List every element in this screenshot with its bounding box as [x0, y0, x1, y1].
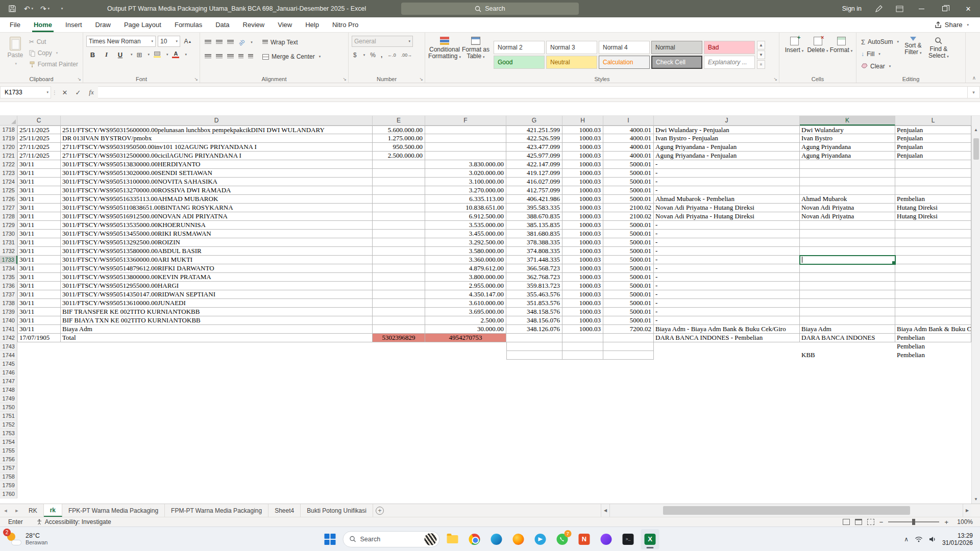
- cell-C1750[interactable]: [17, 403, 61, 412]
- row-header-1751[interactable]: 1751: [0, 412, 17, 420]
- cell-I1726[interactable]: 5000.01: [603, 195, 654, 204]
- cell-E1722[interactable]: [373, 160, 425, 169]
- cell-E1752[interactable]: [373, 420, 425, 429]
- cell-G1748[interactable]: [506, 386, 562, 394]
- cell-K1749[interactable]: [800, 394, 895, 403]
- row-header-1724[interactable]: 1724: [0, 178, 17, 186]
- format-painter-button[interactable]: Format Painter: [28, 59, 80, 70]
- format-as-table-button[interactable]: Format asTable▾: [461, 35, 491, 74]
- cell-G1749[interactable]: [506, 394, 562, 403]
- cut-button[interactable]: ✂Cut: [28, 36, 80, 47]
- cell-style-neutral[interactable]: Neutral: [546, 56, 597, 69]
- cell-F1737[interactable]: 4.350.147.00: [425, 290, 506, 299]
- cell-J1726[interactable]: Ahmad Mubarok - Pembelian: [654, 195, 800, 204]
- cell-H1739[interactable]: 1000.03: [562, 308, 603, 316]
- row-header-1754[interactable]: 1754: [0, 438, 17, 446]
- cell-H1725[interactable]: 1000.03: [562, 186, 603, 195]
- cell-G1736[interactable]: 359.813.723: [506, 282, 562, 290]
- row-header-1721[interactable]: 1721: [0, 152, 17, 160]
- cell-I1749[interactable]: [603, 394, 654, 403]
- cell-C1735[interactable]: 30/11: [17, 273, 61, 282]
- decrease-indent-icon[interactable]: [238, 54, 243, 59]
- cell-L1738[interactable]: [895, 299, 971, 308]
- cell-D1731[interactable]: 3011/FTSCY/WS950513292500.00ROIZIN: [61, 238, 373, 247]
- cell-K1755[interactable]: [800, 446, 895, 455]
- cell-L1745[interactable]: [895, 360, 971, 368]
- cell-I1719[interactable]: 4000.01: [603, 134, 654, 143]
- cell-J1733[interactable]: -: [654, 256, 800, 264]
- fill-color-icon[interactable]: [154, 52, 161, 58]
- cell-D1758[interactable]: [61, 472, 373, 481]
- cell-L1753[interactable]: [895, 429, 971, 438]
- new-sheet-button[interactable]: +: [373, 504, 386, 517]
- cell-D1746[interactable]: [61, 368, 373, 377]
- save-icon[interactable]: [5, 2, 19, 15]
- cell-E1757[interactable]: [373, 464, 425, 472]
- cell-E1749[interactable]: [373, 394, 425, 403]
- taskbar-app-whatsapp[interactable]: 7: [553, 529, 572, 549]
- row-header-1733[interactable]: 1733: [0, 256, 17, 264]
- cell-D1738[interactable]: 3011/FTSCY/WS950513610000.00JUNAEDI: [61, 299, 373, 308]
- align-left-icon[interactable]: [205, 54, 211, 59]
- cell-F1760[interactable]: [425, 490, 506, 498]
- cell-C1747[interactable]: [17, 377, 61, 386]
- cell-F1746[interactable]: [425, 368, 506, 377]
- cell-D1743[interactable]: [61, 342, 373, 351]
- cell-H1731[interactable]: 1000.03: [562, 238, 603, 247]
- cell-D1756[interactable]: [61, 455, 373, 464]
- cell-I1740[interactable]: 5000.01: [603, 316, 654, 325]
- cell-E1756[interactable]: [373, 455, 425, 464]
- cell-K1731[interactable]: [800, 238, 895, 247]
- cell-I1723[interactable]: 5000.01: [603, 169, 654, 178]
- sheet-tab-fpm-pt-warna-media-packaging[interactable]: FPM-PT Warna Media Packaging: [165, 504, 268, 517]
- cell-G1719[interactable]: 422.526.599: [506, 134, 562, 143]
- cell-F1731[interactable]: 3.292.500.00: [425, 238, 506, 247]
- row-header-1744[interactable]: 1744: [0, 351, 17, 360]
- cell-D1732[interactable]: 3011/FTSCY/WS950513580000.00ABDUL BASIR: [61, 247, 373, 256]
- cell-J1749[interactable]: [654, 394, 800, 403]
- cell-D1728[interactable]: 3011/FTSCY/WS950516912500.00NOVAN ADI PR…: [61, 212, 373, 221]
- cell-G1745[interactable]: [506, 360, 562, 368]
- column-header-K[interactable]: K: [800, 116, 895, 126]
- scroll-right-icon[interactable]: ▶: [963, 504, 971, 517]
- cell-K1741[interactable]: Biaya Adm: [800, 325, 895, 334]
- row-header-1747[interactable]: 1747: [0, 377, 17, 386]
- cell-H1749[interactable]: [562, 394, 603, 403]
- normal-view-icon[interactable]: [843, 519, 850, 525]
- close-button[interactable]: ✕: [957, 0, 980, 17]
- zoom-in-icon[interactable]: +: [944, 518, 948, 526]
- cell-L1755[interactable]: [895, 446, 971, 455]
- taskbar-search[interactable]: Search: [343, 531, 440, 547]
- delete-cells-button[interactable]: × Delete▾: [806, 35, 829, 74]
- cell-G1750[interactable]: [506, 403, 562, 412]
- cell-D1744[interactable]: [61, 351, 373, 360]
- row-header-1755[interactable]: 1755: [0, 446, 17, 455]
- cell-J1757[interactable]: [654, 464, 800, 472]
- taskbar-app-excel[interactable]: X: [641, 529, 659, 549]
- cell-E1758[interactable]: [373, 472, 425, 481]
- cell-C1720[interactable]: 27/11/2025: [17, 143, 61, 152]
- cell-D1739[interactable]: BIF TRANSFER KE 002TITO KURNIANTOKBB: [61, 308, 373, 316]
- page-break-view-icon[interactable]: [867, 519, 874, 525]
- cell-K1754[interactable]: [800, 438, 895, 446]
- cell-H1740[interactable]: 1000.03: [562, 316, 603, 325]
- cell-C1740[interactable]: 30/11: [17, 316, 61, 325]
- cell-I1736[interactable]: 5000.01: [603, 282, 654, 290]
- cell-J1747[interactable]: [654, 377, 800, 386]
- cell-K1734[interactable]: [800, 264, 895, 273]
- cell-D1727[interactable]: 3011/FTSCY/WS9505110838651.00BINTANG ROS…: [61, 204, 373, 212]
- cell-E1732[interactable]: [373, 247, 425, 256]
- column-header-J[interactable]: J: [654, 116, 800, 126]
- cell-H1746[interactable]: [562, 368, 603, 377]
- cell-H1732[interactable]: 1000.03: [562, 247, 603, 256]
- cell-J1746[interactable]: [654, 368, 800, 377]
- cell-K1742[interactable]: DARA BANCA INDONES: [800, 334, 895, 342]
- cell-F1734[interactable]: 4.879.612.00: [425, 264, 506, 273]
- cell-I1734[interactable]: 5000.01: [603, 264, 654, 273]
- cell-D1724[interactable]: 3011/FTSCY/WS950513100000.00NOVITA SAHAS…: [61, 178, 373, 186]
- cell-L1754[interactable]: [895, 438, 971, 446]
- cell-I1750[interactable]: [603, 403, 654, 412]
- taskbar-app-telegram[interactable]: [531, 529, 550, 549]
- cell-J1754[interactable]: [654, 438, 800, 446]
- align-bottom-icon[interactable]: [227, 40, 234, 45]
